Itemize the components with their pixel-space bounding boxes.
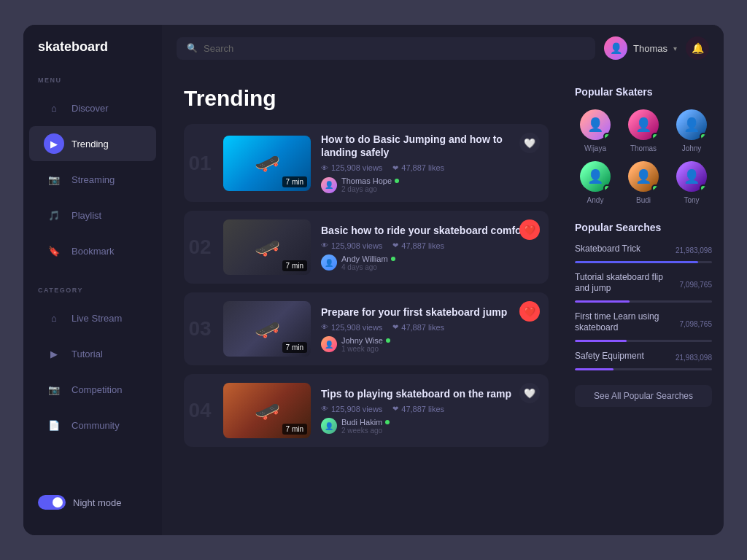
sidebar-label-discover: Discover bbox=[71, 103, 109, 114]
sidebar-label-bookmark: Bookmark bbox=[71, 246, 115, 257]
online-indicator bbox=[391, 257, 395, 261]
search-progress-bar bbox=[575, 261, 712, 263]
search-item: Safety Equipment 21,983,098 bbox=[575, 351, 712, 370]
notification-bell-icon[interactable]: 🔔 bbox=[686, 36, 709, 60]
author-avatar: 👤 bbox=[321, 254, 337, 271]
search-progress-fill bbox=[575, 340, 627, 342]
search-count: 7,098,765 bbox=[680, 281, 713, 289]
view-count: 125,908 views bbox=[331, 241, 382, 250]
skater-avatar-wrapper: 👤 bbox=[675, 108, 708, 141]
search-term-label: First time Learn using skateboard bbox=[575, 311, 677, 334]
view-count: 125,908 views bbox=[331, 323, 382, 332]
sidebar-icon-discover: ⌂ bbox=[44, 98, 64, 118]
author-name: Thomas Hope bbox=[341, 176, 399, 185]
author-avatar: 👤 bbox=[321, 177, 337, 193]
see-all-searches-button[interactable]: See All Popular Searches bbox=[575, 385, 712, 407]
sidebar-label-community: Community bbox=[71, 420, 120, 431]
author-name-time: Budi Hakim 2 weeks ago bbox=[341, 418, 390, 435]
view-count: 125,908 views bbox=[331, 405, 382, 413]
search-count: 21,983,098 bbox=[676, 246, 712, 254]
sidebar-item-competition[interactable]: 📷Competition bbox=[29, 372, 156, 407]
video-title: Prepare for your first skateboard jump bbox=[321, 306, 540, 319]
skater-item[interactable]: 👤 Andy bbox=[575, 160, 616, 204]
night-mode-toggle[interactable] bbox=[38, 495, 66, 510]
eye-icon: 👁 bbox=[321, 241, 328, 249]
like-count: 47,887 likes bbox=[401, 163, 444, 172]
search-progress-bar bbox=[575, 300, 712, 303]
view-count: 125,908 views bbox=[331, 163, 382, 172]
video-stats: 👁 125,908 views ❤ 47,887 likes bbox=[321, 163, 540, 172]
duration-badge: 7 min bbox=[282, 342, 307, 353]
eye-icon: 👁 bbox=[321, 405, 328, 413]
sidebar-label-streaming: Streaming bbox=[71, 174, 115, 185]
search-count: 21,983,098 bbox=[676, 354, 712, 362]
author-name-time: Thomas Hope 2 days ago bbox=[341, 176, 399, 193]
video-card[interactable]: 02 🛹 7 min Basic how to ride your skateb… bbox=[184, 211, 549, 284]
duration-badge: 7 min bbox=[282, 176, 307, 187]
sidebar: skateboard MENU ⌂Discover▶Trending📷Strea… bbox=[23, 25, 162, 535]
night-mode-container: Night mode bbox=[23, 484, 162, 521]
video-card[interactable]: 01 🛹 7 min How to do Basic Jumping and h… bbox=[184, 124, 549, 202]
sidebar-icon-competition: 📷 bbox=[44, 379, 64, 400]
sidebar-item-bookmark[interactable]: 🔖Bookmark bbox=[29, 233, 156, 268]
sidebar-item-streaming[interactable]: 📷Streaming bbox=[29, 162, 156, 197]
video-list: 01 🛹 7 min How to do Basic Jumping and h… bbox=[184, 124, 549, 447]
video-info: Prepare for your first skateboard jump 👁… bbox=[321, 306, 540, 353]
skater-name: Tony bbox=[684, 196, 699, 204]
app-container: skateboard MENU ⌂Discover▶Trending📷Strea… bbox=[23, 25, 724, 535]
search-progress-fill bbox=[575, 368, 614, 370]
sidebar-label-trending: Trending bbox=[71, 139, 109, 149]
sidebar-item-discover[interactable]: ⌂Discover bbox=[29, 90, 156, 125]
rank-number: 04 bbox=[187, 399, 213, 422]
sidebar-item-community[interactable]: 📄Community bbox=[29, 408, 156, 443]
sidebar-icon-live-stream: ⌂ bbox=[44, 308, 64, 328]
skater-online-dot bbox=[651, 184, 659, 192]
page-title: Trending bbox=[184, 86, 549, 111]
header: 🔍 👤 Thomas ▾ 🔔 bbox=[162, 25, 724, 71]
skater-online-dot bbox=[700, 184, 707, 192]
skater-online-dot bbox=[651, 133, 659, 140]
skater-item[interactable]: 👤 Tony bbox=[671, 160, 712, 204]
search-progress-fill bbox=[575, 261, 698, 263]
search-bar[interactable]: 🔍 bbox=[177, 37, 595, 60]
search-item-header: Tutorial skateboard flip and jump 7,098,… bbox=[575, 272, 712, 298]
sidebar-item-tutorial[interactable]: ▶Tutorial bbox=[29, 336, 156, 371]
search-icon: 🔍 bbox=[187, 43, 198, 53]
skater-avatar-wrapper: 👤 bbox=[627, 108, 660, 141]
search-item: First time Learn using skateboard 7,098,… bbox=[575, 311, 712, 342]
video-card[interactable]: 04 🛹 7 min Tips to playing skateboard on… bbox=[184, 374, 549, 447]
online-indicator bbox=[385, 420, 390, 424]
video-title: Tips to playing skateboard on the ramp bbox=[321, 387, 540, 400]
sidebar-label-competition: Competition bbox=[71, 384, 122, 395]
video-author: 👤 Andy William 4 days ago bbox=[321, 254, 540, 271]
user-info[interactable]: 👤 Thomas ▾ bbox=[604, 36, 677, 60]
skater-name: Thomas bbox=[630, 144, 657, 152]
skater-name: Andy bbox=[587, 196, 604, 204]
video-card[interactable]: 03 🛹 7 min Prepare for your first skateb… bbox=[184, 292, 549, 365]
skater-item[interactable]: 👤 Wijaya bbox=[575, 108, 616, 152]
sidebar-item-trending[interactable]: ▶Trending bbox=[29, 126, 156, 161]
skater-item[interactable]: 👤 Budi bbox=[623, 160, 664, 204]
time-ago: 1 week ago bbox=[341, 345, 390, 353]
sidebar-icon-streaming: 📷 bbox=[44, 169, 64, 190]
sidebar-item-live-stream[interactable]: ⌂Live Stream bbox=[29, 300, 156, 335]
author-name-time: Johny Wise 1 week ago bbox=[341, 336, 390, 353]
main-content: 🔍 👤 Thomas ▾ 🔔 Trending 01 🛹 7 min How t… bbox=[162, 25, 724, 535]
search-term-label: Safety Equipment bbox=[575, 351, 644, 362]
video-thumbnail: 🛹 7 min bbox=[223, 219, 311, 275]
skater-online-dot bbox=[603, 133, 611, 140]
video-title: Basic how to ride your skateboard comfor… bbox=[321, 224, 540, 237]
search-input[interactable] bbox=[204, 43, 585, 54]
video-thumbnail: 🛹 7 min bbox=[223, 301, 311, 357]
skater-item[interactable]: 👤 Johny bbox=[671, 108, 712, 152]
video-info: Basic how to ride your skateboard comfor… bbox=[321, 224, 540, 271]
likes-stat: ❤ 47,887 likes bbox=[392, 405, 444, 413]
sidebar-item-playlist[interactable]: 🎵Playlist bbox=[29, 198, 156, 233]
search-count: 7,098,765 bbox=[680, 320, 713, 328]
search-progress-bar bbox=[575, 340, 712, 342]
views-stat: 👁 125,908 views bbox=[321, 405, 382, 413]
favorite-button[interactable]: 🤍 bbox=[519, 133, 540, 153]
skater-item[interactable]: 👤 Thomas bbox=[623, 108, 664, 152]
user-name: Thomas bbox=[633, 43, 667, 54]
views-stat: 👁 125,908 views bbox=[321, 323, 382, 332]
